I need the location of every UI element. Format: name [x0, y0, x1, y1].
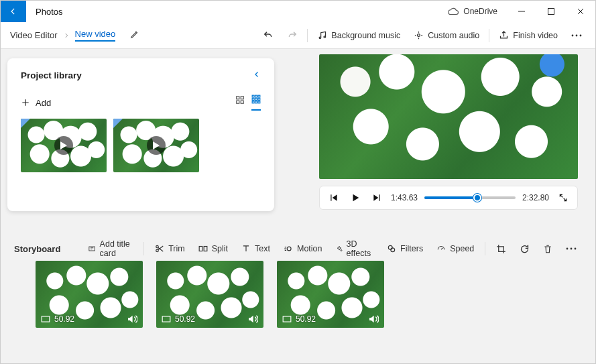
filters-button[interactable]: Filters [381, 241, 428, 256]
maximize-button[interactable] [536, 1, 566, 22]
clip-volume-button[interactable] [127, 314, 137, 324]
next-frame-button[interactable] [369, 190, 384, 205]
rotate-button[interactable] [514, 241, 535, 257]
export-icon [499, 30, 509, 40]
storyboard-title: Storyboard [14, 244, 60, 254]
filters-icon [387, 244, 396, 253]
expand-icon [558, 193, 568, 202]
sparkle-icon [336, 244, 343, 253]
custom-audio-button[interactable]: Custom audio [407, 22, 486, 48]
cloud-icon [447, 7, 459, 15]
svg-rect-15 [252, 99, 254, 101]
svg-rect-9 [241, 97, 243, 99]
onedrive-label: OneDrive [463, 7, 497, 16]
undo-button[interactable] [256, 22, 280, 48]
volume-icon [368, 314, 379, 324]
more-icon [566, 247, 577, 250]
clip-duration: 50.92 [296, 314, 316, 324]
3d-effects-label: 3D effects [347, 239, 374, 258]
add-title-card-label: Add title card [100, 239, 133, 258]
svg-rect-13 [255, 95, 257, 97]
rename-button[interactable] [130, 29, 139, 41]
3d-effects-button[interactable]: 3D effects [331, 237, 379, 261]
rotate-icon [520, 244, 530, 254]
grid-large-icon [235, 95, 245, 105]
music-icon [317, 30, 327, 40]
back-button[interactable] [1, 1, 26, 22]
svg-point-31 [575, 248, 577, 250]
storyboard-toolbar: Storyboard Add title card Trim Split Tex… [14, 237, 582, 261]
svg-point-26 [287, 247, 291, 251]
delete-button[interactable] [538, 241, 558, 257]
clip-volume-button[interactable] [368, 314, 379, 324]
svg-rect-17 [258, 99, 260, 101]
close-button[interactable] [566, 1, 595, 22]
text-label: Text [255, 244, 270, 253]
svg-rect-1 [548, 9, 554, 15]
svg-rect-33 [162, 316, 170, 322]
background-music-button[interactable]: Background music [310, 22, 407, 48]
breadcrumb: Video Editor New video [7, 29, 139, 42]
svg-point-28 [391, 248, 395, 252]
skip-back-icon [329, 193, 339, 202]
text-button[interactable]: Text [236, 241, 276, 256]
title-bar: Photos OneDrive [1, 1, 595, 22]
redo-button[interactable] [280, 22, 304, 48]
split-icon [198, 244, 208, 253]
onedrive-button[interactable]: OneDrive [447, 1, 507, 22]
small-grid-view-button[interactable] [251, 95, 261, 111]
more-toolbar-button[interactable] [564, 22, 589, 48]
audio-icon [414, 30, 424, 40]
title-card-icon [88, 245, 95, 253]
more-storyboard-button[interactable] [560, 245, 582, 253]
minimize-button[interactable] [507, 1, 536, 22]
clip-volume-button[interactable] [247, 314, 258, 324]
add-title-card-button[interactable]: Add title card [83, 237, 138, 261]
seek-slider[interactable] [424, 196, 516, 199]
speed-icon [436, 244, 446, 253]
toolbar: Video Editor New video Background music … [1, 22, 595, 49]
library-item[interactable] [113, 119, 199, 172]
pencil-icon [130, 29, 139, 39]
add-media-label: Add [36, 98, 51, 108]
svg-rect-20 [258, 101, 260, 103]
text-icon [241, 244, 251, 253]
background-music-label: Background music [331, 31, 400, 40]
project-library-title: Project library [21, 70, 82, 80]
svg-rect-24 [199, 247, 202, 251]
grid-small-icon [251, 95, 261, 104]
total-time: 2:32.80 [522, 193, 549, 202]
project-library-card: Project library Add [7, 58, 274, 211]
library-item[interactable] [21, 119, 107, 172]
speed-label: Speed [450, 244, 474, 253]
chevron-right-icon [63, 32, 70, 39]
fullscreen-button[interactable] [556, 193, 571, 202]
svg-rect-12 [252, 95, 254, 97]
add-media-button[interactable]: Add [21, 98, 51, 108]
speed-button[interactable]: Speed [431, 241, 479, 256]
split-button[interactable]: Split [193, 241, 233, 256]
storyboard-clip[interactable]: 50.92 [156, 261, 263, 328]
duration-icon [162, 315, 171, 323]
svg-point-2 [319, 37, 321, 39]
collapse-library-button[interactable] [253, 69, 261, 81]
storyboard-clip[interactable]: 50.92 [36, 261, 143, 328]
motion-button[interactable]: Motion [278, 241, 328, 256]
breadcrumb-root[interactable]: Video Editor [10, 30, 58, 40]
finish-video-button[interactable]: Finish video [492, 22, 564, 48]
clip-duration: 50.92 [175, 314, 195, 324]
play-icon [54, 136, 73, 155]
svg-point-7 [580, 34, 582, 36]
breadcrumb-current[interactable]: New video [75, 29, 116, 42]
large-grid-view-button[interactable] [235, 95, 245, 110]
svg-point-6 [576, 34, 578, 36]
trash-icon [543, 244, 552, 254]
skip-forward-icon [372, 193, 381, 202]
trim-label: Trim [168, 244, 185, 253]
storyboard-clip[interactable]: 50.92 [277, 261, 384, 328]
trim-button[interactable]: Trim [150, 241, 190, 256]
previous-frame-button[interactable] [326, 190, 341, 205]
preview-video[interactable] [319, 54, 578, 179]
crop-button[interactable] [491, 241, 512, 257]
play-button[interactable] [348, 190, 363, 205]
